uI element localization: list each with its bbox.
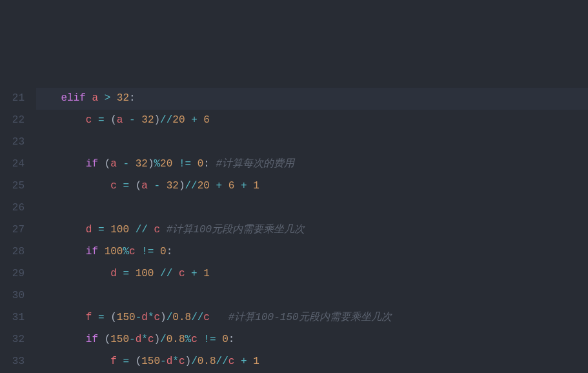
token-punc: ) — [160, 312, 167, 323]
token-op: + — [191, 268, 198, 279]
token-num: 1 — [203, 268, 210, 279]
code-line[interactable]: c = (a - 32)//20 + 6 — [36, 110, 588, 132]
token-punc: ) — [185, 356, 192, 367]
token-num: 100 — [110, 224, 129, 236]
token-op: // — [185, 180, 198, 192]
token-kw: if — [86, 158, 98, 170]
token-op: + — [241, 356, 247, 367]
token-num: 0 — [160, 246, 167, 257]
token-op: * — [148, 312, 154, 323]
token-op: - — [160, 356, 167, 367]
token-op: - — [136, 312, 142, 323]
token-op: // — [160, 268, 172, 279]
token-op: = — [98, 312, 105, 323]
token-num: 0 — [222, 334, 228, 345]
token-cmt: #计算100元段内需要乘坐几次 — [167, 224, 305, 236]
line-number-gutter: 2122232425262728293031323334353637 — [0, 88, 36, 373]
token-var: a — [117, 114, 123, 126]
token-var: c — [154, 312, 161, 323]
token-num: 1 — [253, 180, 259, 192]
token-num: 0.8 — [167, 334, 185, 345]
token-var: c — [228, 356, 235, 367]
token-op: = — [123, 356, 129, 367]
line-number: 25 — [0, 176, 25, 197]
token-num: 20 — [160, 158, 172, 170]
token-cmt: #计算每次的费用 — [216, 158, 295, 170]
code-area[interactable]: elif a > 32: c = (a - 32)//20 + 6 if (a … — [36, 88, 588, 373]
line-number: 21 — [0, 88, 25, 110]
token-op: / — [167, 312, 173, 323]
token-op: * — [141, 334, 148, 345]
token-punc: ( — [105, 334, 111, 345]
token-kw: if — [86, 334, 98, 345]
token-op: + — [191, 114, 198, 126]
token-op: + — [216, 180, 223, 192]
code-line[interactable]: if 100%c != 0: — [36, 241, 588, 263]
token-num: 100 — [105, 246, 123, 257]
token-var: c — [86, 114, 92, 126]
token-num: 6 — [203, 114, 210, 126]
token-punc: ( — [136, 356, 142, 367]
code-line[interactable]: if (150-d*c)/0.8%c != 0: — [36, 329, 588, 351]
token-op: % — [185, 334, 192, 345]
token-op: // — [160, 114, 172, 126]
code-line[interactable]: elif a > 32: — [36, 88, 588, 110]
code-line[interactable]: d = 100 // c + 1 — [36, 263, 588, 285]
token-num: 6 — [228, 180, 235, 192]
token-var: c — [191, 334, 198, 345]
code-line[interactable] — [36, 132, 588, 154]
line-number: 29 — [0, 263, 25, 285]
token-num: 0.8 — [172, 312, 191, 323]
token-punc: : — [228, 334, 235, 345]
code-line[interactable] — [36, 197, 588, 219]
token-var: c — [179, 356, 185, 367]
line-number: 30 — [0, 285, 25, 307]
code-line[interactable]: f = (150-d*c)/0.8//c #计算100-150元段内需要乘坐几次 — [36, 307, 588, 329]
line-number: 23 — [0, 132, 25, 154]
token-op: != — [203, 334, 216, 345]
token-punc: ( — [110, 312, 117, 323]
code-line[interactable]: f = (150-d*c)/0.8//c + 1 — [36, 351, 588, 373]
token-op: / — [160, 334, 167, 345]
line-number: 28 — [0, 241, 25, 263]
token-punc: ) — [179, 180, 185, 192]
token-num: 32 — [117, 92, 129, 104]
token-num: 1 — [253, 356, 259, 367]
token-op: // — [191, 312, 203, 323]
code-line[interactable] — [36, 285, 588, 307]
code-line[interactable]: d = 100 // c #计算100元段内需要乘坐几次 — [36, 219, 588, 241]
token-num: 150 — [117, 312, 136, 323]
token-var: d — [110, 268, 117, 279]
token-var: d — [86, 224, 92, 236]
token-var: a — [141, 180, 148, 192]
token-punc: ) — [154, 334, 160, 345]
token-var: f — [110, 356, 117, 367]
code-line[interactable]: if (a - 32)%20 != 0: #计算每次的费用 — [36, 154, 588, 176]
token-op: != — [141, 246, 154, 257]
token-punc: ( — [110, 114, 117, 126]
token-op: - — [154, 180, 160, 192]
token-var: d — [141, 312, 148, 323]
code-line[interactable]: c = (a - 32)//20 + 6 + 1 — [36, 176, 588, 197]
token-num: 100 — [136, 268, 154, 279]
token-var: d — [136, 334, 142, 345]
token-num: 0 — [198, 158, 204, 170]
token-op: > — [105, 92, 111, 104]
token-var: c — [129, 246, 136, 257]
token-op: / — [191, 356, 198, 367]
token-var: a — [110, 158, 117, 170]
line-number: 22 — [0, 110, 25, 132]
line-number: 26 — [0, 197, 25, 219]
line-number: 33 — [0, 351, 25, 373]
token-op: % — [154, 158, 160, 170]
token-var: f — [86, 312, 92, 323]
code-editor[interactable]: 2122232425262728293031323334353637 elif … — [0, 88, 588, 373]
token-op: // — [136, 224, 148, 236]
token-num: 20 — [172, 114, 185, 126]
token-op: + — [241, 180, 247, 192]
token-num: 32 — [136, 158, 148, 170]
token-op: % — [123, 246, 129, 257]
token-punc: : — [203, 158, 210, 170]
line-number: 24 — [0, 154, 25, 176]
token-kw: elif — [61, 92, 85, 104]
